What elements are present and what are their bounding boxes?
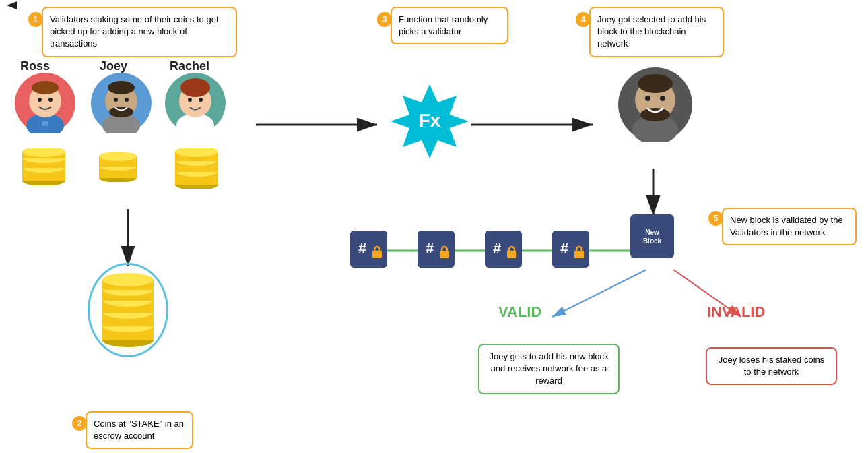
joey-selected-avatar xyxy=(618,67,692,142)
svg-line-9 xyxy=(552,270,646,317)
step1-text: Validators staking some of their coins t… xyxy=(50,14,219,49)
svg-point-41 xyxy=(188,98,192,102)
escrow-oval xyxy=(88,263,168,357)
invalid-callout: Joey loses his staked coins to the netwo… xyxy=(706,347,837,385)
rachel-avatar xyxy=(165,73,226,133)
svg-rect-69 xyxy=(350,231,387,268)
blockchain-block-2: # xyxy=(418,231,455,268)
step2-badge: 2 xyxy=(72,416,87,431)
new-block-label: NewBlock xyxy=(643,229,661,245)
step5-callout: New block is validated by the Validators… xyxy=(722,208,857,245)
svg-text:#: # xyxy=(426,240,434,257)
svg-text:#: # xyxy=(358,240,366,257)
svg-rect-75 xyxy=(485,231,522,268)
step4-badge: 4 xyxy=(576,12,591,27)
invalid-text: Joey loses his staked coins to the netwo… xyxy=(719,355,825,377)
svg-point-28 xyxy=(108,81,135,94)
svg-rect-78 xyxy=(552,231,589,268)
step3-badge: 3 xyxy=(377,12,392,27)
step1-badge: 1 xyxy=(28,12,43,27)
step4-callout: Joey got selected to add his block to th… xyxy=(589,7,724,57)
fx-badge: Fx xyxy=(389,81,470,162)
svg-point-29 xyxy=(109,107,133,117)
joey-avatar xyxy=(91,73,152,133)
diagram: 1 Validators staking some of their coins… xyxy=(0,0,868,453)
back-arrow xyxy=(7,1,17,9)
svg-text:#: # xyxy=(493,240,501,257)
svg-rect-80 xyxy=(574,251,584,258)
svg-point-54 xyxy=(638,74,673,93)
step3-callout: Function that randomly picks a validator xyxy=(391,7,508,44)
blockchain-block-1: # xyxy=(350,231,387,268)
svg-point-30 xyxy=(114,98,118,102)
ross-avatar xyxy=(15,73,75,133)
blockchain-block-4: # xyxy=(552,231,589,268)
svg-text:#: # xyxy=(560,240,568,257)
svg-point-14 xyxy=(32,81,59,94)
ross-label: Ross xyxy=(20,59,50,73)
valid-label: VALID xyxy=(498,303,541,321)
svg-text:Fx: Fx xyxy=(419,110,441,131)
joey-coins xyxy=(94,148,141,182)
step5-badge: 5 xyxy=(708,211,723,226)
rachel-coins xyxy=(170,148,224,189)
svg-point-15 xyxy=(38,98,42,102)
new-block: NewBlock xyxy=(630,214,674,258)
svg-rect-72 xyxy=(418,231,455,268)
step2-text: Coins at "STAKE" in an escrow account xyxy=(94,419,184,441)
svg-point-57 xyxy=(660,96,665,101)
svg-point-42 xyxy=(199,98,203,102)
valid-text: Joey gets to add his new block and recei… xyxy=(489,351,608,386)
svg-point-55 xyxy=(640,108,670,121)
step3-text: Function that randomly picks a validator xyxy=(399,14,488,36)
svg-point-36 xyxy=(99,152,137,161)
svg-point-31 xyxy=(125,98,129,102)
step5-text: New block is validated by the Validators… xyxy=(730,215,843,237)
rachel-label: Rachel xyxy=(170,59,209,73)
valid-callout: Joey gets to add his new block and recei… xyxy=(478,344,620,394)
step4-text: Joey got selected to add his block to th… xyxy=(597,14,706,49)
svg-point-16 xyxy=(48,98,53,102)
joey-label: Joey xyxy=(100,59,127,73)
invalid-label: INVALID xyxy=(707,303,765,321)
svg-rect-74 xyxy=(440,251,449,258)
svg-rect-77 xyxy=(507,251,516,258)
svg-rect-17 xyxy=(42,121,48,126)
step1-callout: Validators staking some of their coins t… xyxy=(42,7,237,57)
svg-rect-71 xyxy=(372,251,382,258)
svg-point-40 xyxy=(180,78,210,97)
escrow-coins xyxy=(94,273,162,347)
step2-callout: Coins at "STAKE" in an escrow account xyxy=(86,411,193,449)
ross-coins xyxy=(17,148,71,185)
svg-point-68 xyxy=(102,273,154,286)
svg-point-56 xyxy=(645,96,650,101)
blockchain-block-3: # xyxy=(485,231,522,268)
